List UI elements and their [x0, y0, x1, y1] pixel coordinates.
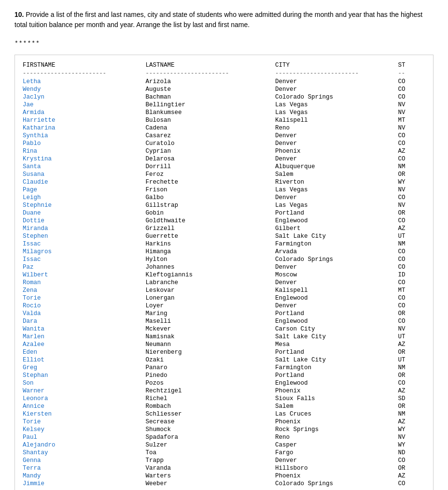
cell-firstname: Annice	[23, 403, 145, 410]
cell-lastname: Gillstrap	[145, 202, 275, 209]
cell-lastname: Arizola	[145, 78, 275, 86]
cell-firstname: Torie	[23, 418, 145, 426]
cell-firstname: Dottie	[23, 217, 145, 225]
cell-city: Englewood	[275, 317, 398, 325]
divider-city: ------------------------	[275, 70, 398, 78]
cell-state: AZ	[398, 472, 425, 480]
cell-state: CO	[398, 457, 425, 464]
cell-lastname: Auguste	[145, 86, 275, 93]
cell-city: Las Cruces	[275, 410, 398, 418]
cell-firstname: Jae	[23, 101, 145, 109]
cell-state: CO	[398, 132, 425, 140]
cell-city: Arvada	[275, 248, 398, 256]
cell-lastname: Loyer	[145, 302, 275, 310]
cell-lastname: Cadena	[145, 124, 275, 132]
table-row: LethaArizolaDenverCO	[23, 78, 425, 86]
cell-lastname: Nierenberg	[145, 348, 275, 356]
table-row: StephnieGillstrapLas VegasNV	[23, 202, 425, 209]
cell-city: Salt Lake City	[275, 333, 398, 341]
cell-firstname: Dara	[23, 317, 145, 325]
table-row: RocioLoyerDenverCO	[23, 302, 425, 310]
cell-state: NM	[398, 240, 425, 248]
cell-lastname: Namisnak	[145, 333, 275, 341]
cell-lastname: Maring	[145, 310, 275, 317]
table-row: TorieLonerganEnglewoodCO	[23, 294, 425, 302]
table-row: SusanaFerozSalemOR	[23, 171, 425, 178]
cell-city: Denver	[275, 302, 398, 310]
cell-state: NV	[398, 433, 425, 441]
cell-state: UT	[398, 333, 425, 341]
cell-state: UT	[398, 232, 425, 240]
cell-lastname: Bulosan	[145, 116, 275, 124]
table-row: MandyWartersPhoenixAZ	[23, 472, 425, 480]
table-row: ZenaLeskovarKalispellMT	[23, 287, 425, 294]
question-container: 10. Provide a list of the first and last…	[14, 10, 434, 30]
table-row: MirandaGrizzellGilbertAZ	[23, 225, 425, 232]
cell-state: NV	[398, 186, 425, 194]
cell-firstname: Jimmie	[23, 480, 145, 488]
cell-city: Mesa	[275, 341, 398, 348]
cell-firstname: Katharina	[23, 124, 145, 132]
cell-state: UT	[398, 356, 425, 364]
cell-city: Phoenix	[275, 147, 398, 155]
table-row: IssacHarkinsFarmingtonNM	[23, 240, 425, 248]
cell-city: Denver	[275, 279, 398, 287]
cell-lastname: Delarosa	[145, 155, 275, 163]
table-row: JaclynBachmanColorado SpringsCO	[23, 93, 425, 101]
cell-city: Salt Lake City	[275, 232, 398, 240]
table-row: MarlenNamisnakSalt Lake CityUT	[23, 333, 425, 341]
cell-state: AZ	[398, 147, 425, 155]
cell-lastname: Dorrill	[145, 163, 275, 171]
cell-state: CO	[398, 86, 425, 93]
cell-firstname: Marlen	[23, 333, 145, 341]
cell-state: CO	[398, 302, 425, 310]
cell-lastname: Guerrette	[145, 232, 275, 240]
cell-firstname: Stephen	[23, 232, 145, 240]
cell-firstname: Wendy	[23, 86, 145, 93]
cell-lastname: Feroz	[145, 171, 275, 178]
cell-lastname: Galbo	[145, 194, 275, 202]
header-city: CITY	[275, 62, 398, 70]
cell-state: AZ	[398, 225, 425, 232]
cell-firstname: Issac	[23, 256, 145, 263]
cell-firstname: Synthia	[23, 132, 145, 140]
cell-city: Phoenix	[275, 387, 398, 395]
cell-firstname: Paz	[23, 263, 145, 271]
table-row: ArmidaBlankumseeLas VegasNV	[23, 109, 425, 116]
cell-firstname: Duane	[23, 209, 145, 217]
cell-firstname: Harriette	[23, 116, 145, 124]
table-row: LeighGalboDenverCO	[23, 194, 425, 202]
cell-lastname: Sulzer	[145, 441, 275, 449]
cell-lastname: Cyprian	[145, 147, 275, 155]
cell-firstname: Mandy	[23, 472, 145, 480]
cell-state: NM	[398, 364, 425, 372]
cell-state: AZ	[398, 418, 425, 426]
table-row: DottieGoldthwaiteEnglewoodCO	[23, 217, 425, 225]
cell-firstname: Eden	[23, 348, 145, 356]
cell-lastname: Grizzell	[145, 225, 275, 232]
cell-lastname: Frison	[145, 186, 275, 194]
cell-city: Casper	[275, 441, 398, 449]
cell-lastname: Ozaki	[145, 356, 275, 364]
cell-lastname: Pinedo	[145, 372, 275, 379]
cell-city: Phoenix	[275, 418, 398, 426]
cell-lastname: Maselli	[145, 317, 275, 325]
cell-firstname: Torie	[23, 294, 145, 302]
cell-city: Phoenix	[275, 472, 398, 480]
header-st: ST	[398, 62, 425, 70]
cell-city: Rock Springs	[275, 426, 398, 433]
cell-lastname: Leskovar	[145, 287, 275, 294]
cell-city: Portland	[275, 348, 398, 356]
cell-state: NV	[398, 101, 425, 109]
table-row: StephenGuerretteSalt Lake CityUT	[23, 232, 425, 240]
cell-city: Moscow	[275, 271, 398, 279]
cell-firstname: Rina	[23, 147, 145, 155]
cell-firstname: Rocio	[23, 302, 145, 310]
cell-firstname: Warner	[23, 387, 145, 395]
cell-city: Portland	[275, 310, 398, 317]
cell-firstname: Page	[23, 186, 145, 194]
cell-firstname: Son	[23, 379, 145, 387]
cell-lastname: Shumock	[145, 426, 275, 433]
cell-firstname: Greg	[23, 364, 145, 372]
cell-city: Albuquerque	[275, 163, 398, 171]
